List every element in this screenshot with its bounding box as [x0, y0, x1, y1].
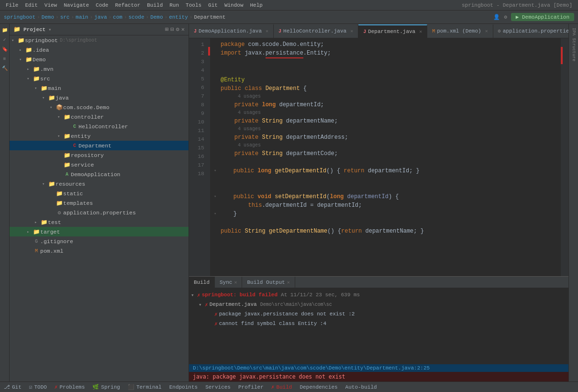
bookmark-icon-btn[interactable]: 🔖 [0, 45, 9, 54]
status-todo[interactable]: ☑ TODO [29, 384, 47, 390]
menu-help[interactable]: Help [247, 1, 266, 9]
tree-item-department[interactable]: C Department [10, 141, 189, 150]
error-path-link[interactable]: D:\springboot\Demo\src\main\java\com\sco… [193, 365, 430, 371]
status-profiler[interactable]: Profiler [238, 384, 264, 390]
sidebar-collapse-icon[interactable]: ⊟ [170, 26, 174, 33]
tab-close-hello[interactable]: ✕ [350, 28, 353, 34]
tree-item-hello-controller[interactable]: C HelloController [10, 122, 189, 131]
sidebar-expand-icon[interactable]: ⊞ [165, 26, 168, 33]
project-icon-btn[interactable]: 📁 [0, 26, 9, 34]
code-line-blank10 [214, 158, 557, 167]
tree-item-mvn[interactable]: ▸ 📁 .mvn [10, 64, 189, 74]
menu-run[interactable]: Run [167, 1, 182, 9]
settings-icon[interactable]: ⚙ [504, 14, 507, 20]
tree-item-src[interactable]: ▾ 📁 src [10, 74, 189, 83]
tree-item-service[interactable]: 📁 service [10, 160, 189, 169]
tree-item-gitignore[interactable]: G .gitignore [10, 236, 189, 246]
bottom-tab-build-output[interactable]: Build Output ✕ [242, 277, 295, 288]
status-problems[interactable]: ✗ Problems [55, 384, 85, 390]
status-dependencies[interactable]: Dependencies [300, 384, 337, 390]
tab-close-pom[interactable]: ✕ [485, 28, 488, 34]
menu-edit[interactable]: Edit [22, 1, 40, 9]
tree-item-controller[interactable]: ▾ 📁 controller [10, 112, 189, 122]
menu-git[interactable]: Git [205, 1, 221, 9]
tab-demo-application[interactable]: J DemoApplication.java ✕ [189, 24, 274, 38]
bc-main[interactable]: main [76, 14, 88, 20]
menu-file[interactable]: File [3, 1, 21, 9]
status-services[interactable]: Services [205, 384, 231, 390]
tab-close-dept[interactable]: ✕ [419, 29, 422, 34]
sidebar-settings-icon[interactable]: ⚙ [176, 26, 179, 33]
bc-src[interactable]: src [60, 14, 70, 20]
build-row-springboot-fail[interactable]: ▾ ✗ springboot: build failed At 11/11/2 … [189, 290, 568, 300]
code-content[interactable]: package com.scode.Demo.entity; import ja… [210, 38, 561, 276]
tree-item-repository[interactable]: 📁 repository [10, 150, 189, 160]
tree-item-templates[interactable]: 📁 templates [10, 198, 189, 208]
status-build-bottom[interactable]: ✗ Build [271, 384, 292, 390]
tree-item-entity[interactable]: ▾ 📁 entity [10, 131, 189, 141]
sidebar-dropdown-icon[interactable]: ▾ [48, 27, 51, 33]
menu-window[interactable]: Window [222, 1, 246, 9]
tree-item-package[interactable]: ▾ 📦 com.scode.Demo [10, 102, 189, 112]
tree-item-main[interactable]: ▾ 📁 main [10, 83, 189, 93]
tab-hello-controller[interactable]: J HelloController.java ✕ [274, 24, 358, 38]
status-git[interactable]: ⎇ Git [4, 384, 22, 390]
main-content: 📁 ✓ 🔖 ≡ 🔨 📁 Project ▾ ⊞ ⊟ ⚙ ✕ ▾ 📁 spring… [0, 24, 578, 381]
fold-btn-15[interactable]: ▾ [214, 192, 220, 201]
bottom-tab-build[interactable]: Build [189, 277, 215, 288]
menu-tools[interactable]: Tools [183, 1, 204, 9]
fold-btn-11[interactable]: ▾ [214, 167, 220, 175]
tab-pom[interactable]: M pom.xml (Demo) ✕ [427, 24, 493, 38]
tree-item-static[interactable]: 📁 static [10, 189, 189, 198]
bottom-tab-sync-close[interactable]: ✕ [234, 280, 237, 285]
tree-item-demo[interactable]: ▾ 📁 Demo [10, 55, 189, 64]
bc-demo2[interactable]: Demo [150, 14, 163, 20]
bc-java[interactable]: java [94, 14, 107, 20]
tree-item-java[interactable]: ▾ 📁 java [10, 93, 189, 102]
structure-icon-btn[interactable]: ≡ [0, 55, 9, 63]
code-editor[interactable]: 1 2 3 4 5 6 7 8 9 10 11 [189, 38, 568, 276]
status-auto-build[interactable]: Auto-build [345, 384, 377, 390]
status-endpoints[interactable]: Endpoints [169, 384, 198, 390]
sidebar-close-icon[interactable]: ✕ [181, 26, 185, 33]
status-terminal[interactable]: ⬛ Terminal [128, 384, 162, 390]
tree-item-target[interactable]: ▸ 📁 target [10, 227, 189, 236]
profile-icon[interactable]: 👤 [493, 14, 500, 20]
tab-close-demo-app[interactable]: ✕ [266, 28, 268, 34]
tree-item-springboot[interactable]: ▾ 📁 springboot D:\springboot [10, 35, 189, 45]
folder-icon-service: 📁 [63, 161, 71, 168]
build-row-dept-java[interactable]: ▾ ✗ Department.java Demo\src\main\java\c… [189, 300, 568, 309]
tab-department[interactable]: J Department.java ✕ [358, 24, 427, 38]
bc-com[interactable]: com [113, 14, 122, 20]
tree-item-demo-app[interactable]: A DemoApplication [10, 169, 189, 179]
commit-icon-btn[interactable]: ✓ [0, 35, 9, 44]
tree-item-resources[interactable]: ▾ 📁 resources [10, 179, 189, 189]
tree-item-test[interactable]: ▸ 📁 test [10, 217, 189, 227]
right-icon-1[interactable]: IPA Structure [571, 26, 577, 63]
fold-btn-17[interactable]: ▾ [214, 210, 220, 218]
tree-item-pom[interactable]: M pom.xml [10, 246, 189, 256]
run-button[interactable]: ▶ DemoApplication [511, 13, 574, 21]
build-icon-btn[interactable]: 🔨 [0, 64, 9, 73]
bc-entity[interactable]: entity [169, 14, 188, 20]
bc-scode[interactable]: scode [129, 14, 144, 20]
build-row-pkg-err[interactable]: ✗ package javax.persistance does not exi… [189, 309, 568, 319]
status-spring[interactable]: 🌿 Spring [92, 384, 120, 390]
menu-refactor[interactable]: Refactor [112, 1, 143, 9]
build-row-symbol-err[interactable]: ✗ cannot find symbol class Entity :4 [189, 319, 568, 328]
tree-item-app-props[interactable]: ⚙ application.properties [10, 208, 189, 217]
code-line-blank14b [214, 184, 557, 192]
bc-demo[interactable]: Demo [42, 14, 54, 20]
bottom-tab-sync[interactable]: Sync ✕ [215, 277, 242, 288]
folder-icon-main: 📁 [40, 85, 48, 91]
bottom-tab-buildoutput-close[interactable]: ✕ [287, 280, 290, 285]
bc-springboot[interactable]: springboot [4, 14, 35, 20]
tree-item-idea[interactable]: ▸ 📁 .idea [10, 45, 189, 55]
menu-navigate[interactable]: Navigate [61, 1, 92, 9]
tab-app-props[interactable]: ⚙ application.properties ✕ [493, 24, 568, 38]
menu-code[interactable]: Code [93, 1, 111, 9]
tab-label-dept: Department.java [368, 29, 415, 34]
problems-icon: ✗ [55, 384, 58, 390]
menu-view[interactable]: View [42, 1, 60, 9]
menu-build[interactable]: Build [144, 1, 166, 9]
